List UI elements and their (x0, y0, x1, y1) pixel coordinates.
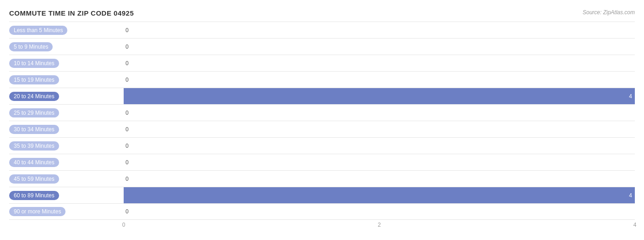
x-axis-line: 024 (124, 222, 635, 231)
bar-label: Less than 5 Minutes (9, 26, 67, 35)
bar-label: 30 to 34 Minutes (9, 125, 59, 134)
bar-label-wrap: 20 to 24 Minutes (9, 92, 124, 101)
bar-label: 25 to 29 Minutes (9, 108, 59, 117)
bar-value: 0 (126, 44, 129, 50)
bar-value: 0 (126, 126, 129, 133)
bar-label-wrap: 45 to 59 Minutes (9, 174, 124, 184)
bar-row: 20 to 24 Minutes4 (9, 88, 635, 104)
bar-value: 0 (126, 77, 129, 83)
bar-row: 35 to 39 Minutes0 (9, 137, 635, 154)
chart-container: COMMUTE TIME IN ZIP CODE 04925 Source: Z… (0, 5, 644, 240)
bar-label: 5 to 9 Minutes (9, 42, 53, 51)
bar-area: 0 (124, 121, 635, 137)
bar-label-wrap: Less than 5 Minutes (9, 26, 124, 35)
bar-area: 0 (124, 22, 635, 38)
bar-row: 90 or more Minutes0 (9, 203, 635, 220)
x-axis-tick: 2 (378, 222, 381, 228)
bar-area: 0 (124, 72, 635, 88)
bar-area: 0 (124, 55, 635, 71)
bar-label-wrap: 10 to 14 Minutes (9, 59, 124, 68)
bar-area: 0 (124, 204, 635, 219)
bar-label-wrap: 90 or more Minutes (9, 207, 124, 216)
bar-fill: 4 (124, 88, 635, 104)
bar-row: 5 to 9 Minutes0 (9, 38, 635, 55)
bar-row: 60 to 89 Minutes4 (9, 187, 635, 203)
bar-value: 0 (126, 110, 129, 116)
bar-fill: 4 (124, 187, 635, 203)
bar-value: 0 (126, 159, 129, 166)
chart-header: COMMUTE TIME IN ZIP CODE 04925 Source: Z… (9, 9, 635, 17)
bar-row: 45 to 59 Minutes0 (9, 170, 635, 187)
bar-label: 60 to 89 Minutes (9, 191, 59, 200)
bar-area: 0 (124, 105, 635, 121)
bar-label-wrap: 60 to 89 Minutes (9, 191, 124, 200)
bar-row: 10 to 14 Minutes0 (9, 55, 635, 71)
bar-label: 15 to 19 Minutes (9, 75, 59, 84)
x-axis: 024 (9, 222, 635, 231)
bar-label: 45 to 59 Minutes (9, 174, 59, 184)
x-axis-tick: 0 (122, 222, 126, 228)
bar-area: 0 (124, 39, 635, 55)
bar-area: 0 (124, 138, 635, 154)
bar-label-wrap: 25 to 29 Minutes (9, 108, 124, 117)
bar-value: 0 (126, 208, 129, 215)
bar-row: 40 to 44 Minutes0 (9, 154, 635, 170)
bar-value: 0 (126, 27, 129, 33)
bar-row: 15 to 19 Minutes0 (9, 71, 635, 88)
bar-label: 90 or more Minutes (9, 207, 65, 216)
bar-row: Less than 5 Minutes0 (9, 22, 635, 38)
bar-value: 4 (629, 192, 635, 199)
chart-source: Source: ZipAtlas.com (583, 9, 635, 16)
bar-row: 25 to 29 Minutes0 (9, 104, 635, 121)
bar-label-wrap: 5 to 9 Minutes (9, 42, 124, 51)
x-axis-tick: 4 (633, 222, 637, 228)
bar-value: 0 (126, 176, 129, 182)
chart-title: COMMUTE TIME IN ZIP CODE 04925 (9, 9, 134, 17)
bar-value: 4 (629, 93, 635, 100)
bar-label: 40 to 44 Minutes (9, 158, 59, 167)
bar-value: 0 (126, 60, 129, 67)
chart-area: Less than 5 Minutes05 to 9 Minutes010 to… (9, 22, 635, 220)
bar-label: 20 to 24 Minutes (9, 92, 59, 101)
bar-label-wrap: 35 to 39 Minutes (9, 141, 124, 151)
bar-label-wrap: 40 to 44 Minutes (9, 158, 124, 167)
bar-label-wrap: 15 to 19 Minutes (9, 75, 124, 84)
bar-label: 10 to 14 Minutes (9, 59, 59, 68)
bar-label-wrap: 30 to 34 Minutes (9, 125, 124, 134)
bar-area: 4 (124, 88, 635, 104)
bar-value: 0 (126, 143, 129, 149)
bar-area: 0 (124, 171, 635, 187)
bar-row: 30 to 34 Minutes0 (9, 121, 635, 137)
bar-area: 0 (124, 154, 635, 170)
bar-label: 35 to 39 Minutes (9, 141, 59, 151)
bar-area: 4 (124, 187, 635, 203)
